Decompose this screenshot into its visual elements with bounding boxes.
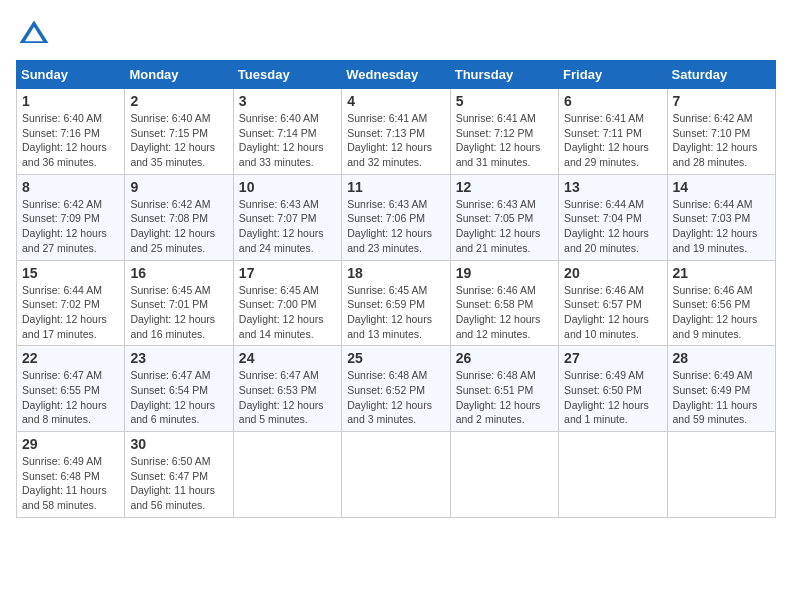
day-cell-5: 5 Sunrise: 6:41 AMSunset: 7:12 PMDayligh… — [450, 89, 558, 175]
day-cell-7: 7 Sunrise: 6:42 AMSunset: 7:10 PMDayligh… — [667, 89, 775, 175]
day-info: Sunrise: 6:41 AMSunset: 7:13 PMDaylight:… — [347, 112, 432, 168]
day-number: 14 — [673, 179, 770, 195]
day-number: 21 — [673, 265, 770, 281]
day-cell-30: 30 Sunrise: 6:50 AMSunset: 6:47 PMDaylig… — [125, 432, 233, 518]
day-cell-3: 3 Sunrise: 6:40 AMSunset: 7:14 PMDayligh… — [233, 89, 341, 175]
day-number: 9 — [130, 179, 227, 195]
day-number: 18 — [347, 265, 444, 281]
day-info: Sunrise: 6:44 AMSunset: 7:04 PMDaylight:… — [564, 198, 649, 254]
calendar-week-4: 22 Sunrise: 6:47 AMSunset: 6:55 PMDaylig… — [17, 346, 776, 432]
day-cell-12: 12 Sunrise: 6:43 AMSunset: 7:05 PMDaylig… — [450, 174, 558, 260]
column-header-friday: Friday — [559, 61, 667, 89]
day-number: 13 — [564, 179, 661, 195]
day-number: 11 — [347, 179, 444, 195]
empty-cell — [233, 432, 341, 518]
day-info: Sunrise: 6:46 AMSunset: 6:58 PMDaylight:… — [456, 284, 541, 340]
column-header-thursday: Thursday — [450, 61, 558, 89]
calendar-week-1: 1 Sunrise: 6:40 AMSunset: 7:16 PMDayligh… — [17, 89, 776, 175]
day-info: Sunrise: 6:40 AMSunset: 7:14 PMDaylight:… — [239, 112, 324, 168]
column-header-wednesday: Wednesday — [342, 61, 450, 89]
day-info: Sunrise: 6:47 AMSunset: 6:54 PMDaylight:… — [130, 369, 215, 425]
day-cell-16: 16 Sunrise: 6:45 AMSunset: 7:01 PMDaylig… — [125, 260, 233, 346]
day-info: Sunrise: 6:44 AMSunset: 7:02 PMDaylight:… — [22, 284, 107, 340]
column-header-sunday: Sunday — [17, 61, 125, 89]
empty-cell — [342, 432, 450, 518]
day-info: Sunrise: 6:47 AMSunset: 6:55 PMDaylight:… — [22, 369, 107, 425]
day-cell-23: 23 Sunrise: 6:47 AMSunset: 6:54 PMDaylig… — [125, 346, 233, 432]
day-info: Sunrise: 6:45 AMSunset: 7:01 PMDaylight:… — [130, 284, 215, 340]
day-cell-24: 24 Sunrise: 6:47 AMSunset: 6:53 PMDaylig… — [233, 346, 341, 432]
day-number: 20 — [564, 265, 661, 281]
day-cell-6: 6 Sunrise: 6:41 AMSunset: 7:11 PMDayligh… — [559, 89, 667, 175]
day-number: 16 — [130, 265, 227, 281]
day-info: Sunrise: 6:48 AMSunset: 6:52 PMDaylight:… — [347, 369, 432, 425]
day-cell-9: 9 Sunrise: 6:42 AMSunset: 7:08 PMDayligh… — [125, 174, 233, 260]
empty-cell — [450, 432, 558, 518]
day-number: 15 — [22, 265, 119, 281]
day-number: 2 — [130, 93, 227, 109]
day-cell-21: 21 Sunrise: 6:46 AMSunset: 6:56 PMDaylig… — [667, 260, 775, 346]
day-number: 23 — [130, 350, 227, 366]
day-cell-17: 17 Sunrise: 6:45 AMSunset: 7:00 PMDaylig… — [233, 260, 341, 346]
day-info: Sunrise: 6:46 AMSunset: 6:56 PMDaylight:… — [673, 284, 758, 340]
day-number: 26 — [456, 350, 553, 366]
day-info: Sunrise: 6:40 AMSunset: 7:16 PMDaylight:… — [22, 112, 107, 168]
day-cell-22: 22 Sunrise: 6:47 AMSunset: 6:55 PMDaylig… — [17, 346, 125, 432]
day-info: Sunrise: 6:44 AMSunset: 7:03 PMDaylight:… — [673, 198, 758, 254]
day-cell-15: 15 Sunrise: 6:44 AMSunset: 7:02 PMDaylig… — [17, 260, 125, 346]
day-info: Sunrise: 6:49 AMSunset: 6:50 PMDaylight:… — [564, 369, 649, 425]
day-number: 19 — [456, 265, 553, 281]
column-header-saturday: Saturday — [667, 61, 775, 89]
day-number: 3 — [239, 93, 336, 109]
day-number: 10 — [239, 179, 336, 195]
day-cell-1: 1 Sunrise: 6:40 AMSunset: 7:16 PMDayligh… — [17, 89, 125, 175]
day-info: Sunrise: 6:41 AMSunset: 7:11 PMDaylight:… — [564, 112, 649, 168]
day-info: Sunrise: 6:43 AMSunset: 7:05 PMDaylight:… — [456, 198, 541, 254]
day-info: Sunrise: 6:48 AMSunset: 6:51 PMDaylight:… — [456, 369, 541, 425]
day-number: 24 — [239, 350, 336, 366]
day-cell-18: 18 Sunrise: 6:45 AMSunset: 6:59 PMDaylig… — [342, 260, 450, 346]
day-info: Sunrise: 6:49 AMSunset: 6:49 PMDaylight:… — [673, 369, 758, 425]
day-number: 27 — [564, 350, 661, 366]
empty-cell — [667, 432, 775, 518]
day-info: Sunrise: 6:42 AMSunset: 7:10 PMDaylight:… — [673, 112, 758, 168]
day-cell-28: 28 Sunrise: 6:49 AMSunset: 6:49 PMDaylig… — [667, 346, 775, 432]
day-info: Sunrise: 6:43 AMSunset: 7:07 PMDaylight:… — [239, 198, 324, 254]
logo-icon — [16, 16, 52, 52]
day-info: Sunrise: 6:40 AMSunset: 7:15 PMDaylight:… — [130, 112, 215, 168]
day-info: Sunrise: 6:41 AMSunset: 7:12 PMDaylight:… — [456, 112, 541, 168]
day-info: Sunrise: 6:50 AMSunset: 6:47 PMDaylight:… — [130, 455, 215, 511]
column-header-monday: Monday — [125, 61, 233, 89]
calendar-body: 1 Sunrise: 6:40 AMSunset: 7:16 PMDayligh… — [17, 89, 776, 518]
calendar-week-3: 15 Sunrise: 6:44 AMSunset: 7:02 PMDaylig… — [17, 260, 776, 346]
day-cell-11: 11 Sunrise: 6:43 AMSunset: 7:06 PMDaylig… — [342, 174, 450, 260]
day-cell-13: 13 Sunrise: 6:44 AMSunset: 7:04 PMDaylig… — [559, 174, 667, 260]
day-number: 5 — [456, 93, 553, 109]
day-cell-14: 14 Sunrise: 6:44 AMSunset: 7:03 PMDaylig… — [667, 174, 775, 260]
column-header-tuesday: Tuesday — [233, 61, 341, 89]
day-info: Sunrise: 6:43 AMSunset: 7:06 PMDaylight:… — [347, 198, 432, 254]
day-number: 28 — [673, 350, 770, 366]
day-number: 8 — [22, 179, 119, 195]
day-number: 22 — [22, 350, 119, 366]
day-info: Sunrise: 6:49 AMSunset: 6:48 PMDaylight:… — [22, 455, 107, 511]
day-number: 1 — [22, 93, 119, 109]
day-cell-19: 19 Sunrise: 6:46 AMSunset: 6:58 PMDaylig… — [450, 260, 558, 346]
day-number: 25 — [347, 350, 444, 366]
day-info: Sunrise: 6:45 AMSunset: 7:00 PMDaylight:… — [239, 284, 324, 340]
calendar: SundayMondayTuesdayWednesdayThursdayFrid… — [16, 60, 776, 518]
day-cell-2: 2 Sunrise: 6:40 AMSunset: 7:15 PMDayligh… — [125, 89, 233, 175]
calendar-week-5: 29 Sunrise: 6:49 AMSunset: 6:48 PMDaylig… — [17, 432, 776, 518]
day-info: Sunrise: 6:47 AMSunset: 6:53 PMDaylight:… — [239, 369, 324, 425]
day-cell-29: 29 Sunrise: 6:49 AMSunset: 6:48 PMDaylig… — [17, 432, 125, 518]
page-header — [16, 16, 776, 52]
day-info: Sunrise: 6:42 AMSunset: 7:08 PMDaylight:… — [130, 198, 215, 254]
day-number: 12 — [456, 179, 553, 195]
calendar-week-2: 8 Sunrise: 6:42 AMSunset: 7:09 PMDayligh… — [17, 174, 776, 260]
logo — [16, 16, 56, 52]
day-cell-8: 8 Sunrise: 6:42 AMSunset: 7:09 PMDayligh… — [17, 174, 125, 260]
day-number: 30 — [130, 436, 227, 452]
day-info: Sunrise: 6:46 AMSunset: 6:57 PMDaylight:… — [564, 284, 649, 340]
empty-cell — [559, 432, 667, 518]
day-info: Sunrise: 6:45 AMSunset: 6:59 PMDaylight:… — [347, 284, 432, 340]
